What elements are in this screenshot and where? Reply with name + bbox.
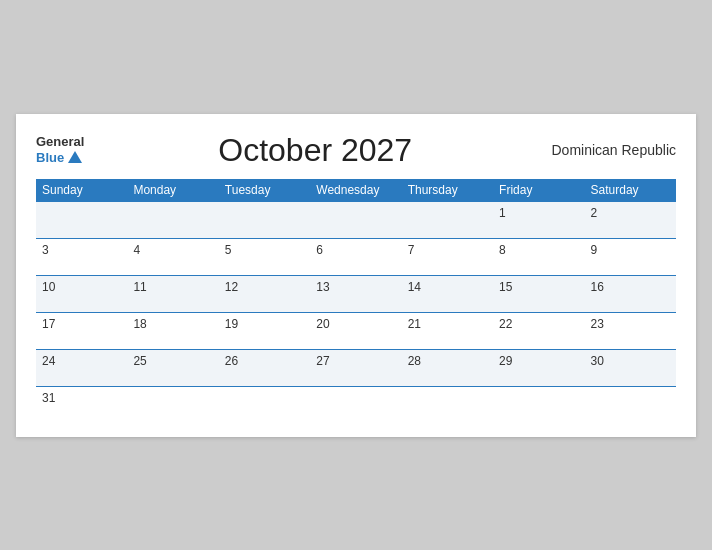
calendar-day-19: 19 (219, 312, 310, 349)
calendar-day-14: 14 (402, 275, 493, 312)
day-number: 31 (42, 391, 55, 405)
day-number: 18 (133, 317, 146, 331)
day-number: 10 (42, 280, 55, 294)
calendar-day-15: 15 (493, 275, 584, 312)
calendar-day-4: 4 (127, 238, 218, 275)
day-number: 11 (133, 280, 146, 294)
day-number: 13 (316, 280, 329, 294)
calendar-day-25: 25 (127, 349, 218, 386)
logo-general-text: General (36, 135, 84, 149)
day-number: 3 (42, 243, 49, 257)
day-number: 4 (133, 243, 140, 257)
calendar-day-28: 28 (402, 349, 493, 386)
weekday-header-sunday: Sunday (36, 179, 127, 202)
weekday-header-row: SundayMondayTuesdayWednesdayThursdayFrid… (36, 179, 676, 202)
calendar-day-13: 13 (310, 275, 401, 312)
weekday-header-saturday: Saturday (585, 179, 676, 202)
calendar-day-16: 16 (585, 275, 676, 312)
weekday-header-thursday: Thursday (402, 179, 493, 202)
calendar-title: October 2027 (84, 132, 546, 169)
calendar-day-31: 31 (36, 386, 127, 423)
day-number: 25 (133, 354, 146, 368)
calendar-empty-cell (127, 201, 218, 238)
calendar-day-29: 29 (493, 349, 584, 386)
calendar-empty-cell (585, 386, 676, 423)
calendar-day-3: 3 (36, 238, 127, 275)
calendar-empty-cell (310, 386, 401, 423)
day-number: 14 (408, 280, 421, 294)
country-label: Dominican Republic (546, 142, 676, 158)
calendar-day-11: 11 (127, 275, 218, 312)
day-number: 26 (225, 354, 238, 368)
calendar-day-2: 2 (585, 201, 676, 238)
day-number: 22 (499, 317, 512, 331)
calendar-empty-cell (493, 386, 584, 423)
calendar-day-27: 27 (310, 349, 401, 386)
calendar-week-row: 12 (36, 201, 676, 238)
calendar-empty-cell (219, 201, 310, 238)
calendar-container: General Blue October 2027 Dominican Repu… (16, 114, 696, 437)
weekday-header-wednesday: Wednesday (310, 179, 401, 202)
day-number: 24 (42, 354, 55, 368)
logo-triangle-icon (68, 151, 82, 163)
calendar-header: General Blue October 2027 Dominican Repu… (36, 132, 676, 169)
day-number: 5 (225, 243, 232, 257)
day-number: 2 (591, 206, 598, 220)
calendar-week-row: 3456789 (36, 238, 676, 275)
weekday-header-monday: Monday (127, 179, 218, 202)
logo-area: General Blue (36, 135, 84, 164)
calendar-empty-cell (402, 201, 493, 238)
calendar-empty-cell (310, 201, 401, 238)
day-number: 12 (225, 280, 238, 294)
calendar-week-row: 31 (36, 386, 676, 423)
day-number: 7 (408, 243, 415, 257)
calendar-day-1: 1 (493, 201, 584, 238)
calendar-day-17: 17 (36, 312, 127, 349)
calendar-grid: SundayMondayTuesdayWednesdayThursdayFrid… (36, 179, 676, 423)
calendar-day-10: 10 (36, 275, 127, 312)
day-number: 19 (225, 317, 238, 331)
calendar-day-12: 12 (219, 275, 310, 312)
day-number: 21 (408, 317, 421, 331)
calendar-week-row: 17181920212223 (36, 312, 676, 349)
day-number: 27 (316, 354, 329, 368)
day-number: 28 (408, 354, 421, 368)
calendar-day-9: 9 (585, 238, 676, 275)
calendar-day-23: 23 (585, 312, 676, 349)
calendar-empty-cell (127, 386, 218, 423)
day-number: 15 (499, 280, 512, 294)
day-number: 9 (591, 243, 598, 257)
calendar-week-row: 10111213141516 (36, 275, 676, 312)
calendar-day-8: 8 (493, 238, 584, 275)
calendar-day-26: 26 (219, 349, 310, 386)
day-number: 23 (591, 317, 604, 331)
day-number: 20 (316, 317, 329, 331)
day-number: 16 (591, 280, 604, 294)
calendar-empty-cell (36, 201, 127, 238)
logo-blue-text: Blue (36, 150, 82, 165)
calendar-day-18: 18 (127, 312, 218, 349)
day-number: 30 (591, 354, 604, 368)
day-number: 1 (499, 206, 506, 220)
calendar-day-6: 6 (310, 238, 401, 275)
day-number: 29 (499, 354, 512, 368)
day-number: 8 (499, 243, 506, 257)
calendar-day-5: 5 (219, 238, 310, 275)
weekday-header-friday: Friday (493, 179, 584, 202)
calendar-day-7: 7 (402, 238, 493, 275)
calendar-day-30: 30 (585, 349, 676, 386)
calendar-empty-cell (402, 386, 493, 423)
day-number: 17 (42, 317, 55, 331)
calendar-day-22: 22 (493, 312, 584, 349)
weekday-header-tuesday: Tuesday (219, 179, 310, 202)
calendar-day-20: 20 (310, 312, 401, 349)
calendar-day-24: 24 (36, 349, 127, 386)
calendar-empty-cell (219, 386, 310, 423)
day-number: 6 (316, 243, 323, 257)
calendar-week-row: 24252627282930 (36, 349, 676, 386)
calendar-day-21: 21 (402, 312, 493, 349)
